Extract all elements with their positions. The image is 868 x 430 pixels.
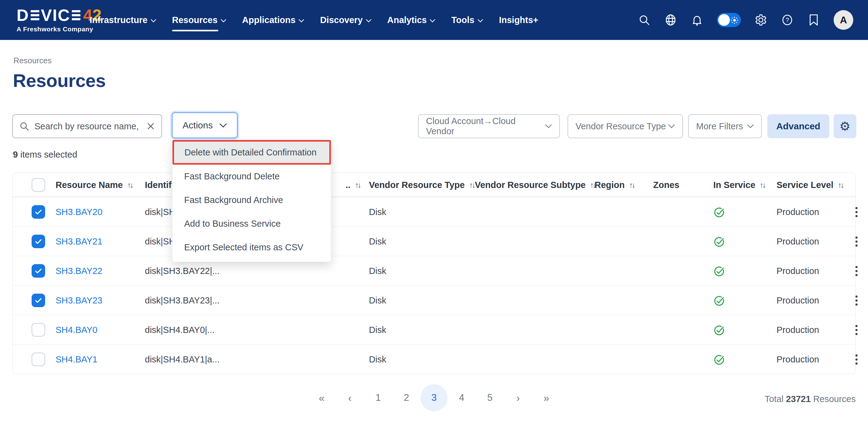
logo-tagline: A Freshworks Company	[17, 26, 102, 33]
prev-page-button[interactable]: ‹	[336, 384, 364, 411]
column-header-truncated[interactable]: ..↑↓	[346, 173, 360, 197]
sort-icon: ↑↓	[469, 181, 474, 190]
table-settings-gear-button[interactable]: ⚙	[834, 114, 856, 138]
resource-search	[12, 114, 162, 138]
top-navbar: D VIC 4 2 A Freshworks Company Infrastru…	[0, 0, 868, 40]
menu-item-export-selected-csv[interactable]: Export Selected items as CSV	[173, 236, 331, 259]
resources-table: Resource Name↑↓ Identifier ..↑↓ Vendor R…	[12, 173, 856, 374]
table-header-row: Resource Name↑↓ Identifier ..↑↓ Vendor R…	[12, 173, 856, 197]
pagination: « ‹ 1 2 3 4 5 › »	[308, 384, 560, 411]
actions-dropdown-menu: Delete with Detailed Confirmation Fast B…	[172, 140, 331, 262]
identifier-cell: disk|SH3.BAY23|...	[145, 286, 219, 315]
search-icon[interactable]	[638, 13, 651, 26]
menu-item-add-to-business-service[interactable]: Add to Business Service	[173, 212, 331, 236]
resource-name-link[interactable]: SH3.BAY22	[56, 266, 102, 276]
row-checkbox[interactable]	[32, 294, 45, 307]
logo-wordmark: D VIC 4 2	[17, 7, 102, 23]
toggle-knob	[718, 14, 730, 26]
column-header-vendor-resource-subtype[interactable]: Vendor Resource Subtype↑↓	[475, 173, 595, 197]
chevron-down-icon	[430, 19, 435, 22]
actions-dropdown-button[interactable]: Actions	[172, 112, 238, 138]
help-icon[interactable]: ?	[781, 13, 794, 26]
sort-icon: ↑↓	[127, 181, 132, 190]
row-kebab-menu[interactable]	[852, 351, 861, 368]
total-count: 23721	[786, 394, 811, 404]
bookmark-icon[interactable]	[807, 13, 820, 26]
row-checkbox[interactable]	[32, 235, 45, 248]
row-kebab-menu[interactable]	[852, 233, 861, 250]
column-header-region[interactable]: Region↑↓	[594, 173, 634, 197]
device42-logo[interactable]: D VIC 4 2 A Freshworks Company	[17, 7, 102, 33]
vendor-resource-type-cell: Disk	[369, 286, 386, 315]
filter-cloud-account-vendor[interactable]: Cloud Account→Cloud Vendor	[418, 114, 560, 138]
resource-name-link[interactable]: SH4.BAY1	[56, 354, 97, 365]
row-checkbox[interactable]	[32, 205, 45, 219]
row-kebab-menu[interactable]	[852, 263, 861, 279]
page-button-5[interactable]: 5	[476, 384, 504, 411]
sort-icon: ↑↓	[838, 181, 843, 190]
logo-letters-vic: VIC	[41, 7, 70, 23]
advanced-button[interactable]: Advanced	[767, 114, 829, 138]
notifications-bell-icon[interactable]	[691, 13, 704, 26]
table-row: SH3.BAY21 disk|SH3.BAY21|... Disk Produc…	[12, 226, 856, 256]
menu-item-fast-background-archive[interactable]: Fast Background Archive	[173, 188, 331, 212]
sort-icon: ↑↓	[629, 181, 634, 190]
resource-name-link[interactable]: SH3.BAY23	[56, 295, 102, 306]
resource-name-link[interactable]: SH3.BAY21	[56, 236, 102, 247]
filter-more-filters[interactable]: More Filters	[688, 114, 762, 138]
chevron-down-icon	[219, 123, 227, 128]
clear-search-icon[interactable]	[146, 122, 155, 131]
page-button-1[interactable]: 1	[364, 384, 392, 411]
page-button-2[interactable]: 2	[392, 384, 421, 411]
column-header-resource-name[interactable]: Resource Name↑↓	[56, 173, 132, 197]
nav-item-applications[interactable]: Applications	[242, 0, 304, 40]
table-row: SH3.BAY22 disk|SH3.BAY22|... Disk Produc…	[12, 256, 856, 285]
chevron-down-icon	[545, 124, 552, 128]
filter-vendor-resource-type[interactable]: Vendor Resource Type	[567, 114, 683, 138]
menu-item-delete-with-detailed-confirmation[interactable]: Delete with Detailed Confirmation	[173, 140, 331, 165]
service-level-cell: Production	[777, 345, 819, 374]
first-page-button[interactable]: «	[308, 384, 336, 411]
column-header-vendor-resource-type[interactable]: Vendor Resource Type↑↓	[369, 173, 474, 197]
select-all-checkbox[interactable]	[32, 178, 45, 192]
page-button-4[interactable]: 4	[447, 384, 476, 411]
identifier-cell: disk|SH4.BAY1|a...	[145, 345, 219, 374]
table-row: SH3.BAY23 disk|SH3.BAY23|... Disk Produc…	[12, 285, 856, 315]
settings-gear-icon[interactable]	[754, 13, 767, 26]
vendor-resource-type-cell: Disk	[369, 227, 386, 256]
nav-item-insights[interactable]: Insights+	[499, 0, 538, 40]
last-page-button[interactable]: »	[532, 384, 560, 411]
column-header-in-service[interactable]: In Service↑↓	[713, 173, 765, 197]
globe-icon[interactable]	[664, 13, 677, 26]
page-button-3[interactable]: 3	[421, 384, 447, 411]
row-checkbox[interactable]	[32, 353, 45, 366]
row-checkbox[interactable]	[32, 323, 45, 337]
row-kebab-menu[interactable]	[852, 292, 861, 309]
nav-item-discovery[interactable]: Discovery	[320, 0, 371, 40]
resource-name-link[interactable]: SH3.BAY20	[56, 207, 102, 217]
nav-item-resources[interactable]: Resources	[172, 0, 226, 40]
user-avatar[interactable]: A	[834, 10, 853, 30]
next-page-button[interactable]: ›	[504, 384, 532, 411]
column-header-service-level[interactable]: Service Level↑↓	[777, 173, 843, 197]
svg-text:?: ?	[785, 17, 789, 23]
nav-item-tools[interactable]: Tools	[451, 0, 483, 40]
resource-name-link[interactable]: SH4.BAY0	[56, 325, 97, 335]
search-input[interactable]	[34, 121, 141, 132]
theme-toggle[interactable]	[717, 13, 741, 27]
logo-e-bars-icon	[31, 10, 39, 20]
column-header-zones[interactable]: Zones	[653, 173, 679, 197]
nav-item-infrastructure[interactable]: Infrastructure	[90, 0, 156, 40]
row-checkbox[interactable]	[32, 264, 45, 278]
selected-count-text: 9 items selected	[13, 150, 78, 160]
row-kebab-menu[interactable]	[852, 204, 861, 220]
chevron-down-icon	[221, 19, 226, 22]
row-kebab-menu[interactable]	[852, 322, 861, 338]
breadcrumb[interactable]: Resources	[13, 56, 52, 65]
logo-letter-d: D	[17, 7, 29, 23]
menu-item-fast-background-delete[interactable]: Fast Background Delete	[173, 165, 331, 188]
in-service-check-icon	[713, 197, 725, 227]
nav-item-analytics[interactable]: Analytics	[388, 0, 436, 40]
table-row: SH4.BAY0 disk|SH4.BAY0|... Disk Producti…	[12, 315, 856, 344]
in-service-check-icon	[713, 345, 725, 374]
